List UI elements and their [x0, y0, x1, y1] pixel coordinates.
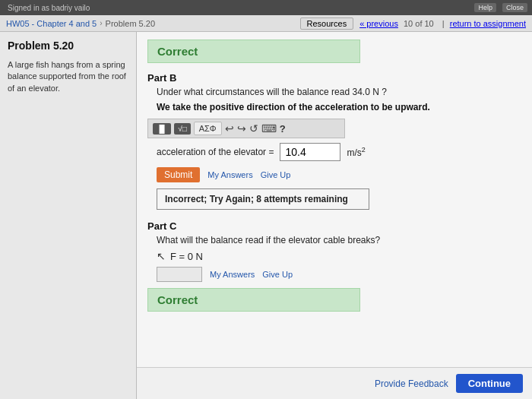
part-c-equation: F = 0 N: [170, 251, 203, 262]
footer-row: Provide Feedback Continue: [137, 367, 532, 399]
continue-button[interactable]: Continue: [456, 374, 523, 393]
part-b-label: Part B: [147, 72, 521, 84]
sidebar-problem-desc: A large fish hangs from a spring balance…: [8, 59, 128, 94]
part-c-correct-banner: Correct: [147, 288, 360, 312]
return-link[interactable]: return to assignment: [450, 19, 526, 28]
feedback-link[interactable]: Provide Feedback: [375, 378, 448, 389]
top-bar: Signed in as badriy vailo Help Close: [0, 0, 532, 15]
keyboard-icon[interactable]: ⌨: [261, 122, 277, 135]
give-up-link[interactable]: Give Up: [261, 170, 291, 179]
breadcrumb-chevron: ›: [100, 19, 102, 27]
unit-exponent: 2: [362, 146, 366, 154]
breadcrumb-hw[interactable]: HW05 - Chapter 4 and 5: [6, 19, 97, 28]
part-c-input-row: ↖ F = 0 N: [157, 250, 521, 262]
editor-toolbar: ▐▌ √□ ΑΣΦ ↩ ↪ ↺ ⌨ ?: [147, 119, 345, 138]
arrow-icon: ↖: [157, 250, 166, 262]
part-b-question: Under what circumstances will the balanc…: [157, 87, 521, 97]
toolbar-sqrt-btn[interactable]: √□: [174, 123, 191, 135]
part-c-action-row: My Answers Give Up: [157, 267, 521, 282]
nav-bar: HW05 - Chapter 4 and 5 › Problem 5.20 Re…: [0, 15, 532, 32]
action-row: Submit My Answers Give Up: [157, 167, 521, 182]
breadcrumb: HW05 - Chapter 4 and 5 › Problem 5.20: [6, 19, 155, 28]
help-button[interactable]: Help: [474, 3, 496, 12]
correct-banner: Correct: [147, 40, 360, 63]
close-button[interactable]: Close: [502, 3, 527, 12]
incorrect-banner: Incorrect; Try Again; 8 attempts remaini…: [157, 188, 369, 210]
signed-in-text: Signed in as badriy vailo: [8, 4, 90, 12]
part-c-label: Part C: [147, 220, 521, 232]
help-icon[interactable]: ?: [280, 123, 286, 135]
undo-icon[interactable]: ↩: [225, 122, 234, 135]
unit-label: m/s2: [347, 146, 365, 158]
nav-links: « previous 10 of 10 | return to assignme…: [359, 19, 526, 28]
part-b-input-row: acceleration of the elevator = m/s2: [157, 143, 521, 161]
refresh-icon[interactable]: ↺: [249, 122, 258, 135]
breadcrumb-problem: Problem 5.20: [106, 19, 155, 28]
sidebar-problem-title: Problem 5.20: [8, 40, 128, 52]
part-c-input-box[interactable]: [157, 267, 202, 282]
main-container: Problem 5.20 A large fish hangs from a s…: [0, 32, 532, 399]
acceleration-input[interactable]: [280, 143, 340, 161]
previous-link[interactable]: « previous: [359, 19, 398, 28]
content-area: Correct Part B Under what circumstances …: [137, 32, 532, 399]
submit-button[interactable]: Submit: [157, 167, 200, 182]
progress-text: 10 of 10: [404, 19, 434, 28]
my-answers-link[interactable]: My Answers: [207, 170, 252, 179]
part-c-question: What will the balance read if the elevat…: [157, 235, 521, 245]
nav-right: Resources « previous 10 of 10 | return t…: [300, 17, 526, 30]
toolbar-media-btn[interactable]: ▐▌: [153, 123, 171, 135]
resources-button[interactable]: Resources: [300, 17, 354, 30]
part-b-note: We take the positive direction of the ac…: [157, 102, 521, 112]
part-c-give-up-link[interactable]: Give Up: [262, 270, 293, 279]
redo-icon[interactable]: ↪: [237, 122, 246, 135]
part-c-my-answers-link[interactable]: My Answers: [210, 270, 255, 279]
input-label: acceleration of the elevator =: [157, 147, 274, 157]
sidebar: Problem 5.20 A large fish hangs from a s…: [0, 32, 137, 399]
toolbar-symbol-btn[interactable]: ΑΣΦ: [194, 122, 222, 135]
